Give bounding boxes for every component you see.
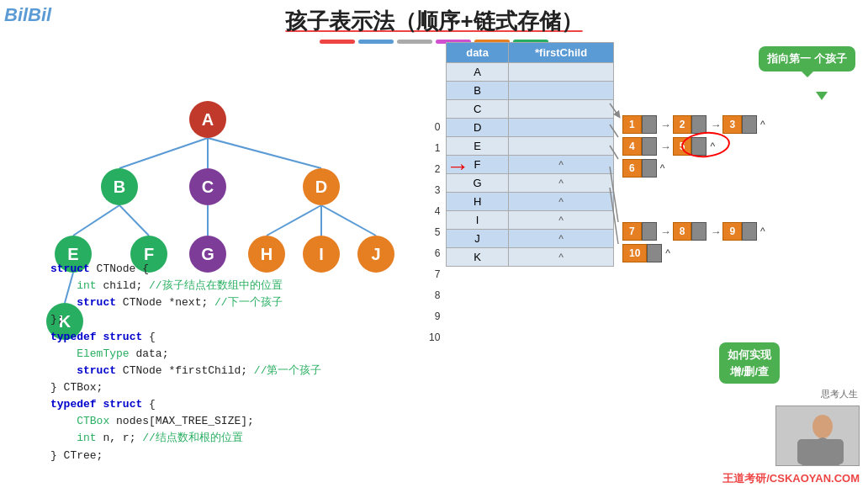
- cell-data-1: B: [447, 82, 509, 100]
- ll-arrow-0-1: →: [660, 119, 671, 131]
- cell-child-8: ^: [509, 211, 614, 230]
- node-B: B: [101, 168, 138, 205]
- node-D: D: [303, 168, 340, 205]
- ll-ptr-1-4: [642, 137, 657, 156]
- ll-caret-2: ^: [660, 162, 665, 174]
- rn-3: 3: [429, 179, 440, 200]
- ll-ptr-3-9: [742, 222, 757, 241]
- table-row: A: [447, 63, 614, 82]
- ll-caret-4: ^: [665, 247, 670, 259]
- col-header-firstchild: *firstChild: [509, 43, 614, 63]
- rn-5: 5: [429, 221, 440, 242]
- svg-point-16: [812, 415, 833, 438]
- cell-child-6: ^: [509, 174, 614, 193]
- svg-line-2: [208, 138, 321, 168]
- ll-box-1-4: 4: [622, 137, 657, 156]
- cell-child-7: ^: [509, 193, 614, 211]
- row-numbers: 0 1 2 3 4 5 6 7 8 9 10: [429, 94, 440, 347]
- table-row: B: [447, 82, 614, 100]
- ll-arrow-1-1: →: [660, 140, 671, 153]
- cell-data-3: D: [447, 119, 509, 137]
- code-cm-3: //第一个孩子: [254, 364, 322, 377]
- ll-row-0: 1 → 2 → 3 ^: [622, 115, 765, 134]
- code-ty-1: int: [77, 279, 96, 292]
- cell-data-9: J: [447, 230, 509, 248]
- code-kw-1: struct: [50, 262, 90, 275]
- ll-val-3-7: 7: [622, 222, 642, 241]
- ll-ptr-2-6: [642, 159, 657, 178]
- watermark: 王道考研/CSKAOYAN.COM: [722, 471, 860, 486]
- ll-val-0-3: 3: [722, 115, 742, 134]
- logo: BilBil: [4, 4, 51, 26]
- ll-val-2-6: 6: [622, 159, 642, 178]
- person-svg: [776, 406, 859, 466]
- cell-child-1: [509, 82, 614, 100]
- rn-4: 4: [429, 200, 440, 221]
- think-text: 思考人生: [821, 388, 858, 400]
- cell-data-7: H: [447, 193, 509, 211]
- rn-9: 9: [429, 305, 440, 326]
- table-row: F ^: [447, 156, 614, 174]
- ll-val-4-10: 10: [622, 244, 647, 262]
- bubble-firstchild: 指向第一 个孩子: [759, 46, 855, 72]
- rn-2: 2: [429, 158, 440, 179]
- rn-1: 1: [429, 137, 440, 158]
- cell-child-3: [509, 119, 614, 137]
- code-block: struct CTNode { int child; //孩子结点在数组中的位置…: [50, 261, 321, 464]
- ll-ptr-4-10: [647, 244, 662, 262]
- code-kw-5: struct: [77, 364, 116, 377]
- svg-line-4: [119, 205, 149, 236]
- code-kw-4: struct: [103, 331, 142, 343]
- code-cm-4: //结点数和根的位置: [142, 432, 243, 444]
- table-row: G ^: [447, 174, 614, 193]
- svg-line-3: [73, 205, 119, 236]
- code-ty-2: ElemType: [77, 347, 129, 360]
- node-C: C: [189, 168, 226, 205]
- ll-box-4-10: 10: [622, 244, 662, 262]
- table-row: J ^: [447, 230, 614, 248]
- code-ty-3: CTBox: [77, 415, 109, 427]
- ll-box-0-1: 1: [622, 115, 657, 134]
- cell-child-5: ^: [509, 156, 614, 174]
- ll-val-3-8: 8: [673, 222, 692, 241]
- ll-ptr-0-1: [642, 115, 657, 134]
- code-kw-3: typedef: [50, 331, 97, 343]
- cell-data-2: C: [447, 100, 509, 119]
- code-kw-6: typedef: [50, 398, 97, 411]
- table-row: C: [447, 100, 614, 119]
- node-A: A: [189, 101, 226, 138]
- ll-arrow-3-2: →: [710, 225, 721, 238]
- ll-arrow-0-2: →: [710, 119, 721, 131]
- rn-8: 8: [429, 284, 440, 305]
- ll-caret-0: ^: [760, 119, 765, 130]
- ll-val-1-4: 4: [622, 137, 642, 156]
- rn-7: 7: [429, 263, 440, 284]
- cell-child-0: [509, 63, 614, 82]
- table-row: I ^: [447, 211, 614, 230]
- ll-ptr-3-7: [642, 222, 657, 241]
- rn-0: 0: [429, 116, 440, 137]
- ll-arrow-3-1: →: [660, 225, 671, 238]
- table-row: H ^: [447, 193, 614, 211]
- ll-box-0-3: 3: [722, 115, 757, 134]
- code-kw-7: struct: [103, 398, 142, 411]
- node-J: J: [357, 236, 394, 273]
- rn-6: 6: [429, 242, 440, 263]
- svg-line-0: [119, 138, 208, 168]
- ll-row-3: 7 → 8 → 9 ^: [622, 222, 765, 241]
- person-image: [775, 406, 860, 466]
- ll-box-3-8: 8: [673, 222, 707, 241]
- cell-data-0: A: [447, 63, 509, 82]
- cell-data-8: I: [447, 211, 509, 230]
- table-row: K ^: [447, 248, 614, 267]
- ll-box-0-2: 2: [673, 115, 707, 134]
- svg-line-8: [321, 205, 376, 236]
- ll-ptr-0-3: [742, 115, 757, 134]
- code-cm-2: //下一个孩子: [214, 296, 283, 309]
- ll-box-2-6: 6: [622, 159, 657, 178]
- cell-child-2: [509, 100, 614, 119]
- ll-box-3-7: 7: [622, 222, 657, 241]
- rn-header: [429, 94, 440, 116]
- svg-rect-17: [797, 439, 844, 464]
- data-table: data *firstChild A B C D E: [446, 42, 614, 267]
